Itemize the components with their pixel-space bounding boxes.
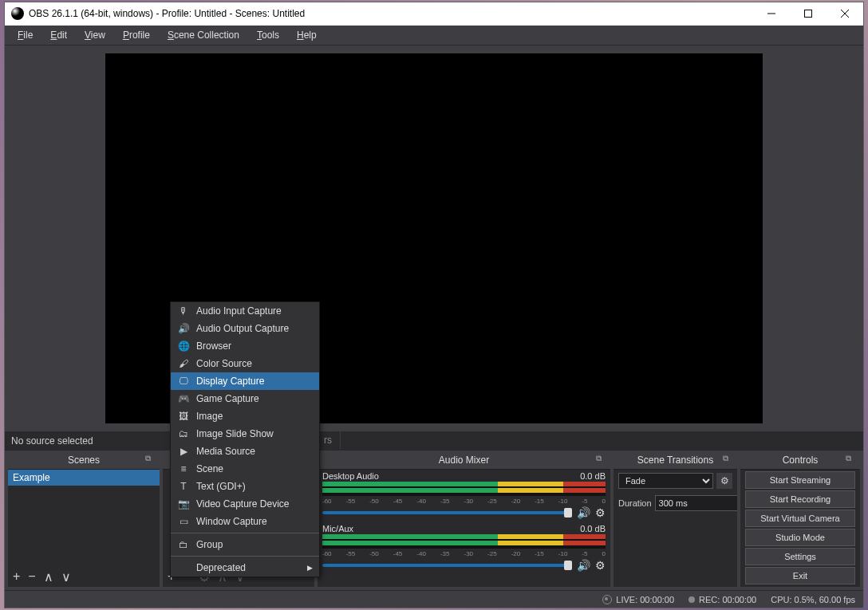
status-cpu: CPU: 0.5%, 60.00 fps — [771, 595, 855, 604]
no-source-label: No source selected — [5, 431, 863, 451]
ctx-item-deprecated[interactable]: Deprecated▶ — [171, 559, 319, 577]
mixer-track: Mic/Aux0.0 dB -60-55-50-45-40-35-30-25-2… — [318, 522, 610, 575]
track-settings-button[interactable]: ⚙ — [595, 559, 606, 572]
folder-icon: 🗀 — [177, 538, 190, 551]
menu-profile[interactable]: Profile — [115, 26, 158, 44]
ctx-item-label: Color Source — [196, 358, 252, 369]
volume-slider[interactable] — [322, 511, 572, 514]
ctx-item-scene[interactable]: ≡Scene — [171, 460, 319, 478]
maximize-button[interactable] — [790, 2, 827, 26]
ctx-item-window-capture[interactable]: ▭Window Capture — [171, 513, 319, 530]
play-icon: ▶ — [177, 445, 190, 458]
volume-icon[interactable]: 🔊 — [577, 559, 590, 572]
slideshow-icon: 🗂 — [177, 427, 190, 440]
ctx-item-image-slide-show[interactable]: 🗂Image Slide Show — [171, 425, 319, 443]
ctx-item-color-source[interactable]: 🖌Color Source — [171, 355, 319, 372]
image-icon: 🖼 — [177, 410, 190, 423]
ctx-item-image[interactable]: 🖼Image — [171, 407, 319, 425]
mic-icon: 🎙 — [177, 305, 190, 317]
status-live: LIVE: 00:00:00 — [602, 595, 674, 604]
studio-mode-button[interactable]: Studio Mode — [745, 529, 855, 546]
ctx-item-label: Deprecated — [196, 562, 246, 573]
dock-icon[interactable]: ⧉ — [596, 454, 607, 465]
ctx-item-label: Scene — [196, 463, 223, 474]
close-button[interactable] — [827, 2, 863, 26]
ctx-item-display-capture[interactable]: 🖵Display Capture — [171, 372, 319, 390]
speaker-icon: 🔊 — [177, 322, 190, 335]
ctx-item-browser[interactable]: 🌐Browser — [171, 337, 319, 355]
app-window: OBS 26.1.1 (64-bit, windows) - Profile: … — [4, 2, 864, 608]
ctx-item-label: Media Source — [196, 446, 255, 457]
transition-settings-button[interactable]: ⚙ — [716, 473, 732, 489]
minimize-button[interactable] — [753, 2, 790, 26]
duration-label: Duration — [618, 498, 652, 508]
scenes-header[interactable]: Scenes ⧉ — [8, 451, 160, 470]
exit-button[interactable]: Exit — [745, 567, 855, 584]
duration-input[interactable] — [655, 495, 737, 511]
ctx-item-video-capture-device[interactable]: 📷Video Capture Device — [171, 495, 319, 513]
ctx-item-label: Audio Input Capture — [196, 305, 282, 317]
scene-up-button[interactable]: ∧ — [44, 569, 53, 584]
start-virtual-camera-button[interactable]: Start Virtual Camera — [745, 510, 855, 527]
brush-icon: 🖌 — [177, 357, 190, 370]
volume-icon[interactable]: 🔊 — [577, 506, 590, 519]
track-db: 0.0 dB — [580, 471, 606, 481]
menu-help[interactable]: Help — [289, 26, 325, 44]
ctx-item-game-capture[interactable]: 🎮Game Capture — [171, 390, 319, 407]
ctx-item-label: Image Slide Show — [196, 428, 274, 439]
track-db: 0.0 dB — [580, 524, 606, 533]
ctx-item-media-source[interactable]: ▶Media Source — [171, 443, 319, 460]
ctx-item-group[interactable]: 🗀Group — [171, 536, 319, 553]
scene-item[interactable]: Example — [8, 470, 160, 486]
ctx-item-label: Game Capture — [196, 393, 259, 404]
svg-rect-1 — [805, 10, 812, 18]
status-rec: REC: 00:00:00 — [688, 595, 756, 604]
broadcast-icon — [602, 595, 612, 604]
audio-mixer-panel: Audio Mixer ⧉ Desktop Audio0.0 dB -60-55… — [318, 451, 610, 587]
start-recording-button[interactable]: Start Recording — [745, 490, 855, 508]
mixer-track: Desktop Audio0.0 dB -60-55-50-45-40-35-3… — [318, 470, 610, 522]
controls-header[interactable]: Controls ⧉ — [740, 451, 860, 470]
monitor-icon: 🖵 — [177, 375, 190, 388]
ctx-item-text-gdi-[interactable]: TText (GDI+) — [171, 478, 319, 495]
settings-button[interactable]: Settings — [745, 548, 855, 565]
statusbar: LIVE: 00:00:00 REC: 00:00:00 CPU: 0.5%, … — [5, 590, 863, 608]
ctx-item-label: Image — [196, 411, 223, 422]
mixer-header[interactable]: Audio Mixer ⧉ — [318, 451, 610, 470]
gamepad-icon: 🎮 — [177, 392, 190, 405]
dock-icon[interactable]: ⧉ — [145, 454, 156, 465]
menu-scene-collection[interactable]: Scene Collection — [160, 26, 247, 44]
add-source-context-menu: 🎙Audio Input Capture🔊Audio Output Captur… — [170, 301, 320, 577]
volume-slider[interactable] — [322, 564, 572, 567]
scene-down-button[interactable]: ∨ — [61, 569, 71, 584]
ctx-item-label: Audio Output Capture — [196, 323, 289, 334]
ctx-item-label: Display Capture — [196, 376, 264, 387]
audio-meter: -60-55-50-45-40-35-30-25-20-15-10-50 — [322, 482, 606, 496]
ctx-item-label: Browser — [196, 340, 231, 352]
track-settings-button[interactable]: ⚙ — [595, 506, 606, 519]
list-icon: ≡ — [177, 462, 190, 475]
remove-scene-button[interactable]: − — [28, 569, 35, 584]
transitions-header[interactable]: Scene Transitions ⧉ — [614, 451, 737, 470]
audio-meter: -60-55-50-45-40-35-30-25-20-15-10-50 — [322, 534, 606, 549]
scenes-panel: Scenes ⧉ Example + − ∧ ∨ — [8, 451, 160, 587]
ctx-item-audio-input-capture[interactable]: 🎙Audio Input Capture — [171, 302, 319, 320]
add-scene-button[interactable]: + — [13, 569, 20, 584]
menu-edit[interactable]: Edit — [42, 26, 75, 44]
dock-icon[interactable]: ⧉ — [846, 454, 857, 465]
ctx-item-label: Group — [196, 539, 223, 550]
ctx-item-label: Video Capture Device — [196, 498, 290, 510]
titlebar[interactable]: OBS 26.1.1 (64-bit, windows) - Profile: … — [5, 2, 863, 26]
menu-view[interactable]: View — [77, 26, 113, 44]
controls-panel: Controls ⧉ Start StreamingStart Recordin… — [740, 451, 860, 587]
menu-file[interactable]: File — [10, 26, 41, 44]
menu-tools[interactable]: Tools — [249, 26, 287, 44]
start-streaming-button[interactable]: Start Streaming — [745, 471, 855, 489]
app-icon — [11, 7, 24, 20]
dock-icon[interactable]: ⧉ — [723, 454, 734, 465]
ctx-item-audio-output-capture[interactable]: 🔊Audio Output Capture — [171, 320, 319, 337]
transition-select[interactable]: Fade — [618, 473, 713, 489]
submenu-arrow-icon: ▶ — [307, 564, 313, 572]
separator — [171, 533, 319, 533]
text-icon: T — [177, 480, 190, 493]
